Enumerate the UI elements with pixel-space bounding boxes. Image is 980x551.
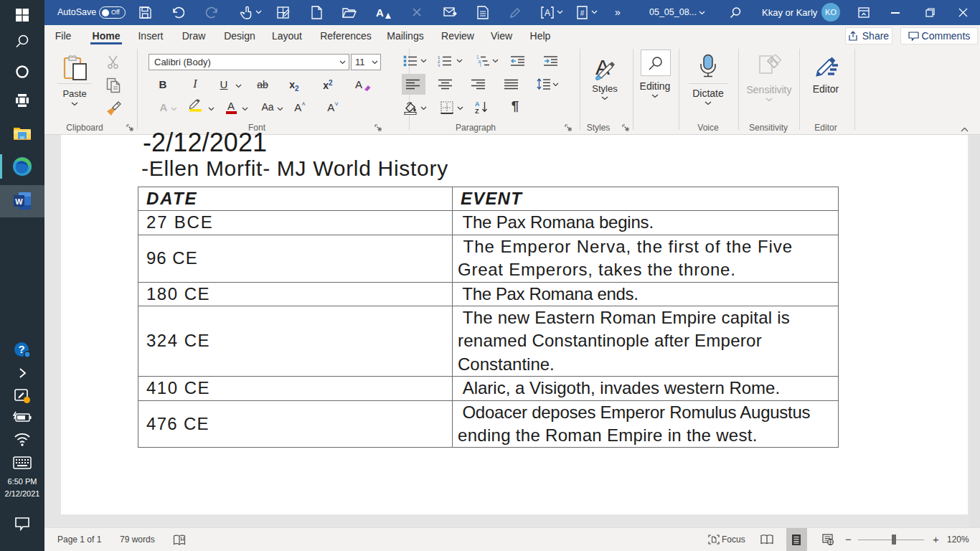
- svg-text:?: ?: [18, 343, 24, 355]
- svg-text:A: A: [545, 8, 550, 18]
- svg-text:#: #: [580, 9, 585, 17]
- svg-text:A: A: [475, 100, 480, 108]
- svg-text:Z: Z: [475, 108, 479, 114]
- svg-text:i: i: [480, 62, 481, 67]
- svg-text:3: 3: [438, 64, 440, 67]
- svg-text:W: W: [15, 197, 23, 206]
